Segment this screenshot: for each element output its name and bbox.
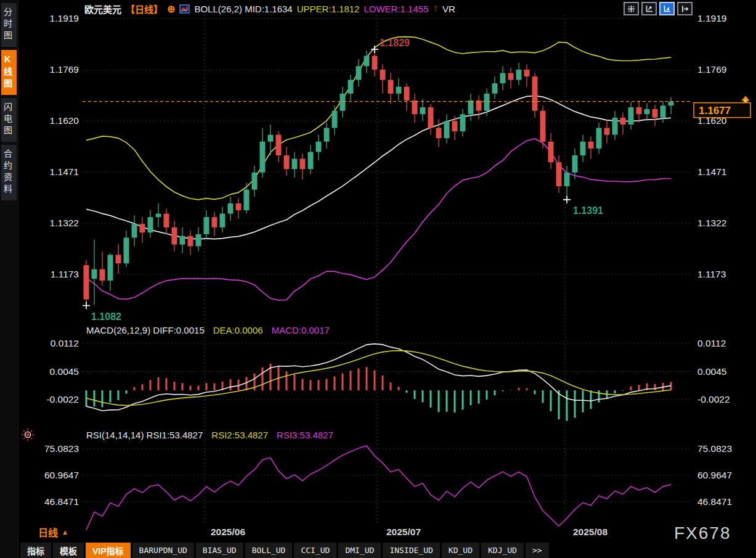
- chevron-up-icon: ▲: [62, 528, 68, 536]
- sidebar-item-contract-info[interactable]: 合约资料: [1, 145, 17, 200]
- vr-indicator-label: VR: [442, 4, 455, 14]
- sidebar-item-time-chart[interactable]: 分时图: [1, 3, 17, 47]
- pan-right-icon[interactable]: [677, 2, 693, 15]
- svg-text:0.0112: 0.0112: [51, 338, 79, 348]
- boll-readout: BOLL(26,2) MID:1.1634: [194, 4, 292, 14]
- macd-dea-readout: DEA:0.0006: [213, 325, 263, 335]
- rsi3-readout: RSI3:53.4827: [277, 430, 333, 440]
- macd-readout: MACD(26,12,9) DIFF:0.0015: [86, 325, 205, 335]
- svg-text:1.1769: 1.1769: [697, 64, 726, 75]
- bottom-tab-bar: 指标 模板 VIP指标 BARUPDN_UD BIAS_UD BOLL_UD C…: [20, 543, 549, 558]
- svg-text:75.0823: 75.0823: [697, 443, 732, 454]
- watermark: FX678: [674, 523, 731, 543]
- tab-barupdn-ud[interactable]: BARUPDN_UD: [132, 543, 194, 558]
- svg-text:1.1391: 1.1391: [573, 205, 603, 216]
- svg-text:1.1829: 1.1829: [380, 38, 410, 48]
- tab-vip-indicators[interactable]: VIP指标: [86, 543, 131, 558]
- tab-bias-ud[interactable]: BIAS_UD: [196, 543, 243, 558]
- tab-more[interactable]: >>: [526, 543, 549, 558]
- tab-templates[interactable]: 模板: [53, 543, 84, 558]
- svg-text:1.1471: 1.1471: [50, 166, 79, 177]
- tab-cci-ud[interactable]: CCI_UD: [294, 543, 336, 558]
- svg-text:-0.0022: -0.0022: [697, 394, 730, 404]
- sidebar-item-kline-chart[interactable]: K线图: [1, 50, 17, 95]
- symbol-title: 欧元美元: [84, 2, 121, 15]
- svg-text:1.1677: 1.1677: [699, 105, 731, 117]
- trend-up-arrow-icon: ↑: [433, 4, 439, 13]
- period-label[interactable]: 【日线】: [126, 2, 163, 15]
- svg-text:1.1471: 1.1471: [697, 166, 726, 177]
- svg-text:2025/08: 2025/08: [573, 527, 608, 537]
- sidebar-item-lightning-chart[interactable]: 闪电图: [1, 98, 17, 142]
- period-dropdown[interactable]: 日线 ▲: [38, 525, 68, 540]
- tab-kdj-ud[interactable]: KDJ_UD: [481, 543, 524, 558]
- alert-dot-icon[interactable]: [20, 427, 35, 445]
- topbar: 欧元美元 【日线】 ⊕ BOLL(26,2) MID:1.1634 UPPER:…: [84, 2, 455, 15]
- svg-text:46.8471: 46.8471: [44, 496, 79, 507]
- sidebar: 分时图 K线图 闪电图 合约资料: [0, 0, 18, 558]
- tab-dmi-ud[interactable]: DMI_UD: [338, 543, 381, 558]
- svg-text:1.1919: 1.1919: [50, 13, 79, 23]
- svg-text:-0.0022: -0.0022: [46, 394, 79, 404]
- svg-text:1.1173: 1.1173: [51, 269, 79, 279]
- svg-text:1.1620: 1.1620: [50, 115, 79, 126]
- tab-boll-ud[interactable]: BOLL_UD: [245, 543, 293, 558]
- chart-toolbar: [624, 2, 693, 15]
- axis-scale-icon[interactable]: [641, 2, 657, 15]
- rsi2-readout: RSI2:53.4827: [211, 430, 268, 440]
- macd-header: MACD(26,12,9) DIFF:0.0015 DEA:0.0006 MAC…: [86, 325, 330, 335]
- axis-auto-fit-icon[interactable]: [659, 2, 675, 15]
- plus-circle-icon[interactable]: ⊕: [167, 3, 175, 15]
- svg-text:1.1082: 1.1082: [91, 311, 121, 322]
- svg-text:75.0823: 75.0823: [44, 443, 79, 454]
- crosshair-icon[interactable]: [624, 2, 639, 15]
- tab-inside-ud[interactable]: INSIDE_UD: [383, 543, 439, 558]
- tab-kd-ud[interactable]: KD_UD: [442, 543, 479, 558]
- svg-text:0.0112: 0.0112: [697, 338, 726, 348]
- svg-text:1.1173: 1.1173: [697, 269, 726, 279]
- svg-text:46.8471: 46.8471: [697, 496, 732, 507]
- svg-text:1.1322: 1.1322: [50, 218, 79, 228]
- rsi-header: RSI(14,14,14) RSI1:53.4827 RSI2:53.4827 …: [86, 430, 333, 440]
- svg-text:1.1322: 1.1322: [697, 218, 726, 228]
- boll-upper-readout: UPPER:1.1812: [297, 4, 360, 14]
- period-dropdown-label: 日线: [38, 525, 58, 540]
- rsi1-readout: RSI(14,14,14) RSI1:53.4827: [86, 430, 203, 440]
- chart-canvas[interactable]: 1.19191.19191.17691.17691.16201.16201.14…: [0, 0, 756, 558]
- tab-indicators[interactable]: 指标: [20, 543, 51, 558]
- boll-lower-readout: LOWER:1.1455: [364, 4, 428, 14]
- svg-text:0.0045: 0.0045: [697, 366, 726, 377]
- svg-text:2025/06: 2025/06: [211, 527, 245, 537]
- svg-text:0.0045: 0.0045: [50, 366, 79, 377]
- kline-logo-icon: [179, 4, 190, 14]
- svg-text:2025/07: 2025/07: [386, 527, 421, 537]
- svg-text:1.1919: 1.1919: [697, 13, 726, 23]
- svg-text:60.9647: 60.9647: [697, 470, 732, 480]
- svg-text:1.1769: 1.1769: [50, 64, 79, 75]
- svg-text:60.9647: 60.9647: [44, 470, 79, 480]
- macd-macd-readout: MACD:0.0017: [272, 325, 330, 335]
